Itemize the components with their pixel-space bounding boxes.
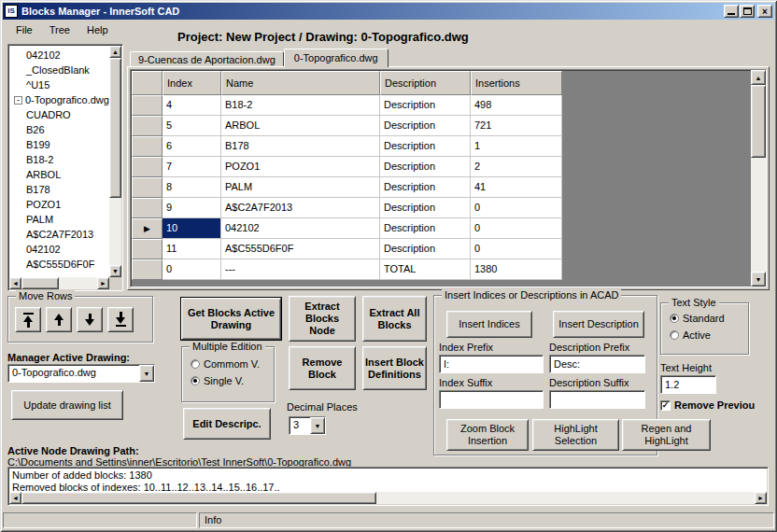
tree-item-arbol[interactable]: ARBOL [9, 167, 109, 182]
cell-name[interactable]: 042102 [221, 218, 380, 239]
scrollbar-thumb[interactable] [751, 85, 766, 158]
radio-standard[interactable]: Standard [670, 313, 725, 324]
tree-item-b178[interactable]: B178 [9, 182, 109, 197]
cell-insertions[interactable]: 498 [471, 95, 562, 116]
move-row-down-button[interactable] [77, 307, 103, 332]
zoom-block-insertion-button[interactable]: Zoom Block Insertion [446, 419, 529, 451]
column-header-description[interactable]: Description [380, 71, 471, 95]
tree-vertical-scrollbar[interactable]: ▲ ▼ [109, 46, 121, 277]
insert-indices-button[interactable]: Insert Indices [446, 311, 532, 338]
cell-description[interactable]: Description [380, 136, 471, 157]
insert-description-button[interactable]: Insert Description [553, 311, 644, 338]
cell-index[interactable]: 0 [162, 259, 221, 280]
cell-name[interactable]: ARBOL [221, 116, 380, 136]
grid-vertical-scrollbar[interactable]: ▲ ▼ [751, 70, 766, 287]
menu-item-help[interactable]: Help [78, 22, 117, 39]
move-row-bottom-button[interactable] [107, 307, 134, 332]
cell-index[interactable]: 5 [162, 116, 221, 136]
extract-blocks-node-button[interactable]: Extract Blocks Node [289, 296, 356, 342]
cell-insertions[interactable]: 0 [471, 198, 562, 218]
scrollbar-thumb[interactable] [21, 492, 376, 504]
cell-insertions[interactable]: 721 [471, 116, 562, 136]
row-selector[interactable] [132, 198, 162, 218]
cell-description[interactable]: Description [380, 239, 471, 259]
row-selector[interactable] [132, 259, 162, 280]
tree-item-cuadro[interactable]: CUADRO [9, 107, 109, 122]
scrollbar-thumb[interactable] [21, 277, 59, 289]
cell-insertions[interactable]: 2 [471, 157, 562, 177]
scroll-down-icon[interactable]: ▼ [109, 265, 121, 277]
log-horizontal-scrollbar[interactable]: ◄ ► [9, 492, 767, 504]
blocks-grid[interactable]: IndexNameDescriptionInsertions 4B18-2Des… [130, 69, 767, 287]
cell-name[interactable]: B18-2 [221, 95, 380, 116]
cell-description[interactable]: Description [380, 218, 471, 239]
log-area[interactable]: Number of added blocks: 1380Removed bloc… [7, 467, 769, 506]
description-prefix-input[interactable] [549, 355, 645, 373]
row-selector[interactable] [132, 116, 162, 136]
extract-all-blocks-button[interactable]: Extract All Blocks [362, 296, 427, 342]
menu-item-tree[interactable]: Tree [41, 22, 78, 39]
cell-name[interactable]: --- [221, 259, 380, 280]
regen-and-highlight-button[interactable]: Regen and HighLight [622, 419, 711, 451]
row-selector[interactable] [132, 95, 162, 116]
cell-index[interactable]: 6 [162, 136, 221, 157]
tree-item-042102[interactable]: 042102 [9, 48, 109, 63]
chevron-down-icon[interactable]: ▼ [310, 417, 325, 434]
cell-index[interactable]: 9 [162, 198, 221, 218]
scroll-right-icon[interactable]: ► [755, 492, 767, 504]
cell-description[interactable]: TOTAL [380, 259, 471, 280]
cell-description[interactable]: Description [380, 157, 471, 177]
cell-index[interactable]: 7 [162, 157, 221, 177]
menu-item-file[interactable]: File [7, 22, 41, 39]
radio-single-v[interactable]: Single V. [191, 375, 260, 386]
tree-item-0-topografico-dwg[interactable]: -0-Topografico.dwg [9, 92, 109, 107]
chevron-down-icon[interactable]: ▼ [139, 365, 154, 382]
cell-name[interactable]: B178 [221, 136, 380, 157]
tree-item-b199[interactable]: B199 [9, 137, 109, 152]
tree-item-closedblank[interactable]: _ClosedBlank [9, 63, 109, 77]
cell-description[interactable]: Description [380, 177, 471, 198]
tree-item-b26[interactable]: B26 [9, 122, 109, 137]
index-prefix-input[interactable] [439, 355, 544, 373]
cell-description[interactable]: Description [380, 198, 471, 218]
scroll-left-icon[interactable]: ◄ [9, 277, 21, 289]
index-suffix-input[interactable] [439, 390, 544, 409]
cell-insertions[interactable]: 41 [471, 177, 562, 198]
scroll-left-icon[interactable]: ◄ [9, 492, 21, 504]
decimal-places-select[interactable]: 3 ▼ [289, 416, 326, 435]
cell-name[interactable]: PALM [221, 177, 380, 198]
scroll-right-icon[interactable]: ► [97, 277, 109, 289]
highlight-selection-button[interactable]: HighLight Selection [532, 419, 619, 451]
tree-item-u15[interactable]: ^U15 [9, 77, 109, 92]
update-drawing-list-button[interactable]: Update drawing list [11, 390, 123, 420]
row-selector[interactable] [132, 177, 162, 198]
cell-insertions[interactable]: 1 [471, 136, 562, 157]
title-bar[interactable]: IS Blocks Manager - InnerSoft CAD × [3, 3, 774, 20]
remove-block-button[interactable]: Remove Block [289, 346, 356, 390]
row-selector[interactable]: ▶ [132, 218, 162, 239]
cell-index[interactable]: 10 [162, 218, 221, 239]
insert-block-definitions-button[interactable]: Insert Block Definitions [362, 346, 427, 390]
tree-item-042102[interactable]: 042102 [9, 242, 109, 257]
move-row-top-button[interactable] [15, 307, 41, 332]
cell-index[interactable]: 4 [162, 95, 221, 116]
tree-item-pozo1[interactable]: POZO1 [9, 197, 109, 212]
cell-description[interactable]: Description [380, 95, 471, 116]
tab-0-topografico-dwg[interactable]: 0-Topografico.dwg [284, 49, 388, 67]
row-selector[interactable] [132, 239, 162, 259]
cell-insertions[interactable]: 1380 [471, 259, 562, 280]
tree-horizontal-scrollbar[interactable]: ◄ ► [9, 277, 109, 289]
radio-active[interactable]: Active [670, 329, 725, 341]
remove-previous-checkbox[interactable]: ✓ Remove Previou [660, 399, 755, 411]
radio-commom-v[interactable]: Commom V. [191, 358, 260, 370]
tab-9-cuencas-de-aportacion-dwg[interactable]: 9-Cuencas de Aportacion.dwg [130, 51, 284, 67]
maximize-button[interactable] [740, 5, 755, 18]
tree-item-palm[interactable]: PALM [9, 212, 109, 227]
cell-name[interactable]: A$C2A7F2013 [221, 198, 380, 218]
collapse-icon[interactable]: - [14, 96, 22, 105]
scroll-down-icon[interactable]: ▼ [751, 272, 766, 287]
row-selector[interactable] [132, 136, 162, 157]
scrollbar-thumb[interactable] [109, 58, 121, 198]
column-header-name[interactable]: Name [221, 71, 380, 95]
scroll-up-icon[interactable]: ▲ [751, 70, 766, 85]
